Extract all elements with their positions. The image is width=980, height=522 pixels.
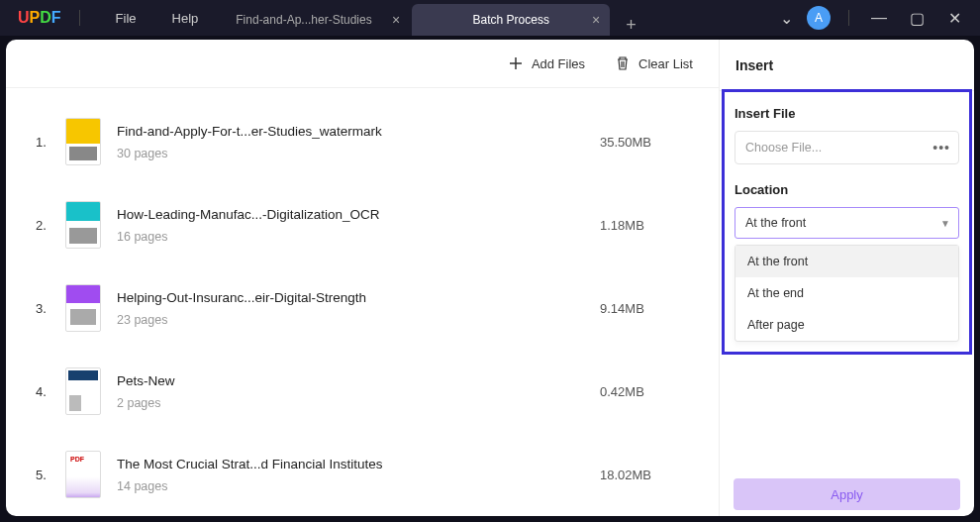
file-name: Pets-New	[117, 373, 600, 388]
pdf-tag: PDF	[70, 456, 84, 463]
file-size: 1.18MB	[600, 218, 689, 233]
file-name: The Most Crucial Strat...d Financial Ins…	[117, 457, 600, 471]
list-item[interactable]: 1. Find-and-Apply-For-t...er-Studies_wat…	[36, 100, 689, 183]
close-button[interactable]: ✕	[942, 9, 966, 28]
avatar[interactable]: A	[807, 6, 831, 30]
button-label: Clear List	[638, 56, 693, 71]
file-size: 18.02MB	[600, 468, 689, 482]
insert-file-label: Insert File	[735, 106, 959, 121]
thumbnail	[65, 118, 101, 165]
file-pages: 2 pages	[117, 396, 600, 410]
file-pages: 23 pages	[117, 313, 600, 327]
menu-file[interactable]: File	[98, 11, 154, 26]
list-item[interactable]: 3. Helping-Out-Insuranc...eir-Digital-St…	[36, 266, 689, 350]
button-label: Add Files	[532, 56, 585, 71]
location-label: Location	[735, 182, 959, 197]
option-after-page[interactable]: After page	[735, 309, 958, 341]
side-header: Insert	[720, 40, 974, 91]
add-files-button[interactable]: Add Files	[508, 55, 585, 71]
maximize-button[interactable]: ▢	[905, 9, 929, 28]
list-item[interactable]: 4. Pets-New 2 pages 0.42MB	[36, 350, 689, 433]
clear-list-button[interactable]: Clear List	[615, 55, 693, 71]
location-section: Location At the front ▼ At the front At …	[735, 182, 959, 342]
location-select[interactable]: At the front ▼	[735, 207, 959, 239]
thumbnail: PDF	[65, 451, 101, 498]
placeholder-text: Choose File...	[745, 141, 822, 155]
tab-batch-process[interactable]: Batch Process ×	[412, 4, 610, 36]
row-number: 2.	[36, 218, 65, 233]
file-name: How-Leading-Manufac...-Digitalization_OC…	[117, 207, 600, 222]
minimize-button[interactable]: —	[867, 9, 891, 27]
close-icon[interactable]: ×	[392, 12, 400, 28]
file-name: Helping-Out-Insuranc...eir-Digital-Stren…	[117, 290, 600, 305]
chevron-down-icon: ▼	[940, 218, 950, 229]
menu-help[interactable]: Help	[154, 11, 217, 26]
option-at-the-front[interactable]: At the front	[735, 246, 958, 277]
row-number: 5.	[36, 468, 65, 482]
chevron-down-icon[interactable]: ⌄	[780, 9, 793, 28]
file-name: Find-and-Apply-For-t...er-Studies_waterm…	[117, 124, 600, 139]
workspace: Add Files Clear List 1. Find-and-Apply-F…	[0, 36, 980, 522]
new-tab-button[interactable]: +	[626, 15, 637, 36]
insert-settings: Insert File Choose File... ••• Location …	[722, 89, 972, 355]
thumbnail	[65, 367, 101, 415]
file-info: Find-and-Apply-For-t...er-Studies_waterm…	[117, 124, 600, 160]
file-info: Helping-Out-Insuranc...eir-Digital-Stren…	[117, 290, 600, 327]
file-size: 9.14MB	[600, 301, 689, 316]
row-number: 4.	[36, 384, 65, 399]
trash-icon	[615, 55, 631, 71]
separator	[79, 10, 80, 26]
file-pages: 30 pages	[117, 147, 600, 160]
thumbnail	[65, 201, 101, 249]
titlebar-right: ⌄ A — ▢ ✕	[780, 6, 980, 30]
file-pages: 14 pages	[117, 479, 600, 493]
row-number: 1.	[36, 135, 65, 150]
file-list: 1. Find-and-Apply-For-t...er-Studies_wat…	[6, 88, 719, 516]
app-logo: UPDF	[18, 9, 61, 27]
choose-file-input[interactable]: Choose File... •••	[735, 131, 959, 164]
thumbnail	[65, 284, 101, 332]
ellipsis-icon[interactable]: •••	[932, 140, 950, 156]
file-pages: 16 pages	[117, 230, 600, 244]
location-dropdown: At the front At the end After page	[735, 245, 959, 342]
apply-button[interactable]: Apply	[734, 478, 960, 510]
title-bar: UPDF File Help Find-and-Ap...her-Studies…	[0, 0, 980, 36]
close-icon[interactable]: ×	[592, 12, 600, 28]
tab-document[interactable]: Find-and-Ap...her-Studies ×	[224, 4, 412, 36]
list-item[interactable]: 5. PDF The Most Crucial Strat...d Financ…	[36, 433, 689, 516]
tab-label: Batch Process	[473, 13, 549, 27]
file-info: The Most Crucial Strat...d Financial Ins…	[117, 457, 600, 493]
file-size: 35.50MB	[600, 135, 689, 150]
apply-bar: Apply	[720, 469, 974, 516]
separator	[848, 10, 849, 26]
plus-icon	[508, 55, 524, 71]
option-at-the-end[interactable]: At the end	[735, 277, 958, 309]
file-size: 0.42MB	[600, 384, 689, 399]
side-panel: Insert Insert File Choose File... ••• Lo…	[719, 40, 974, 516]
tab-label: Find-and-Ap...her-Studies	[236, 13, 371, 27]
list-item[interactable]: 2. How-Leading-Manufac...-Digitalization…	[36, 183, 689, 266]
file-info: How-Leading-Manufac...-Digitalization_OC…	[117, 207, 600, 244]
selected-value: At the front	[745, 216, 806, 230]
file-info: Pets-New 2 pages	[117, 373, 600, 410]
tab-strip: Find-and-Ap...her-Studies × Batch Proces…	[224, 0, 637, 36]
toolbar: Add Files Clear List	[6, 40, 719, 88]
main-pane: Add Files Clear List 1. Find-and-Apply-F…	[6, 40, 719, 516]
row-number: 3.	[36, 301, 65, 316]
panel-title: Insert	[735, 57, 773, 73]
